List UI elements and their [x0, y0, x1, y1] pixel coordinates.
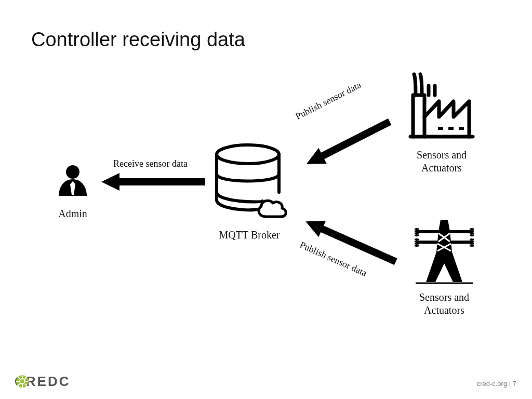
- receive-label: Receive sensor data: [113, 158, 188, 169]
- footer-sep: |: [507, 380, 513, 388]
- footer-number: 7: [513, 380, 516, 388]
- logo-gear-icon: [15, 374, 30, 389]
- footer-page: cred-c.org | 7: [477, 380, 516, 388]
- credc-logo: CREDC: [15, 374, 70, 390]
- tower-icon: [410, 216, 478, 288]
- admin-label: Admin: [52, 208, 94, 220]
- svg-point-0: [66, 165, 79, 179]
- svg-point-1: [217, 145, 279, 164]
- footer-site: cred-c.org: [477, 380, 508, 388]
- svg-rect-5: [416, 230, 473, 233]
- arrow-receive: [101, 171, 205, 192]
- database-cloud-icon: [210, 143, 288, 226]
- svg-marker-8: [101, 173, 205, 191]
- factory-label: Sensors and Actuators: [397, 149, 486, 175]
- svg-rect-6: [416, 241, 473, 244]
- publish-top-label: Publish sensor data: [294, 79, 363, 122]
- slide: Controller receiving data Admin MQTT Bro…: [0, 0, 532, 399]
- tower-label: Sensors and Actuators: [400, 291, 488, 317]
- svg-marker-9: [302, 117, 394, 169]
- factory-icon: [403, 70, 481, 143]
- arrow-publish-top: [301, 117, 395, 169]
- broker-label: MQTT Broker: [205, 229, 294, 241]
- admin-icon: [55, 164, 91, 205]
- slide-title: Controller receiving data: [31, 29, 245, 51]
